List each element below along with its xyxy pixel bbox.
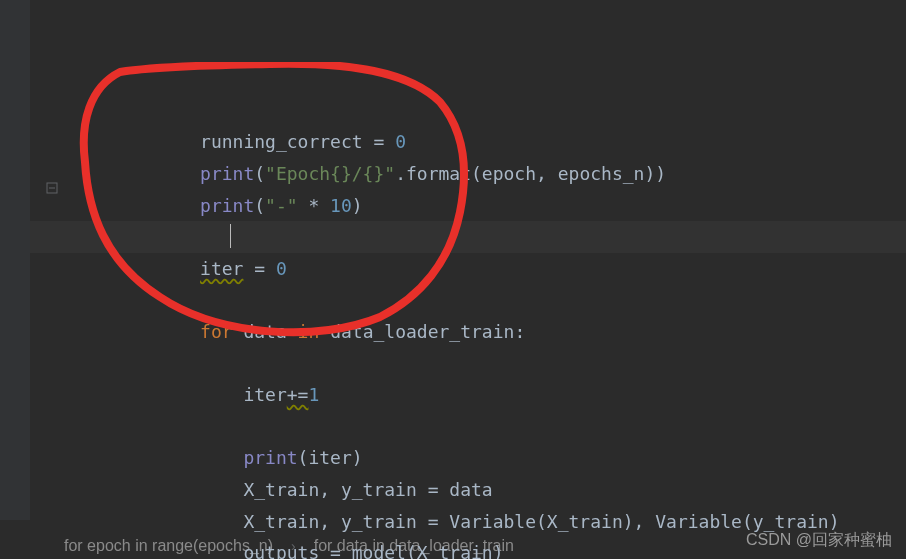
- code-token: X_train: [417, 542, 493, 559]
- code-line[interactable]: [70, 221, 906, 253]
- code-token: iter: [308, 447, 351, 468]
- code-token: ),: [623, 511, 656, 532]
- code-token: +=: [287, 384, 309, 405]
- code-token: epoch: [482, 163, 536, 184]
- code-token: "Epoch{}/{}": [265, 163, 395, 184]
- code-token: =: [243, 258, 276, 279]
- code-token: (: [536, 511, 547, 532]
- code-token: 0: [395, 131, 406, 152]
- code-token: ,: [319, 511, 341, 532]
- code-token: y_train: [341, 479, 417, 500]
- code-token: print: [200, 195, 254, 216]
- code-token: (: [254, 195, 265, 216]
- code-token: iter: [243, 384, 286, 405]
- code-token: format: [406, 163, 471, 184]
- code-token: (: [471, 163, 482, 184]
- code-token: 0: [276, 258, 287, 279]
- code-token: running_correct: [200, 131, 363, 152]
- code-token: =: [417, 511, 450, 532]
- code-line[interactable]: [70, 348, 906, 380]
- code-token: y_train: [753, 511, 829, 532]
- code-token: :: [514, 321, 525, 342]
- code-token: print: [200, 163, 254, 184]
- code-line[interactable]: print("Epoch{}/{}".format(epoch, epochs_…: [70, 158, 906, 190]
- code-token: y_train: [341, 511, 417, 532]
- code-token: in: [298, 321, 320, 342]
- code-line[interactable]: for data in data_loader_train:: [70, 316, 906, 348]
- code-token: (: [406, 542, 417, 559]
- code-token: 10: [330, 195, 352, 216]
- code-line[interactable]: outputs = model(X_train): [70, 537, 906, 559]
- code-token: [287, 321, 298, 342]
- code-editor[interactable]: running_correct = 0 print("Epoch{}/{}".f…: [0, 0, 906, 520]
- code-token: ): [352, 195, 363, 216]
- code-token: data_loader_train: [330, 321, 514, 342]
- code-token: ): [829, 511, 840, 532]
- code-token: [319, 321, 330, 342]
- code-token: =: [363, 131, 396, 152]
- code-token: (: [742, 511, 753, 532]
- code-token: ,: [319, 479, 341, 500]
- code-token: =: [319, 542, 352, 559]
- code-token: [233, 321, 244, 342]
- code-token: ): [352, 447, 363, 468]
- code-line[interactable]: [70, 284, 906, 316]
- code-token: "-": [265, 195, 298, 216]
- code-token: (: [298, 447, 309, 468]
- code-token: Variable: [655, 511, 742, 532]
- code-line[interactable]: print("-" * 10): [70, 190, 906, 222]
- code-token: .: [395, 163, 406, 184]
- text-caret: [230, 224, 231, 248]
- code-line[interactable]: iter+=1: [70, 379, 906, 411]
- code-token: )): [644, 163, 666, 184]
- code-token: *: [298, 195, 331, 216]
- code-token: print: [243, 447, 297, 468]
- code-token: data: [243, 321, 286, 342]
- code-line[interactable]: iter = 0: [70, 253, 906, 285]
- code-token: model: [352, 542, 406, 559]
- code-line[interactable]: running_correct = 0: [70, 126, 906, 158]
- code-token: iter: [200, 258, 243, 279]
- code-token: 1: [308, 384, 319, 405]
- code-token: epochs_n: [558, 163, 645, 184]
- code-token: =: [417, 479, 450, 500]
- code-token: outputs: [243, 542, 319, 559]
- code-line[interactable]: X_train, y_train = data: [70, 474, 906, 506]
- code-area[interactable]: running_correct = 0 print("Epoch{}/{}".f…: [30, 0, 906, 520]
- code-token: for: [200, 321, 233, 342]
- code-token: ,: [536, 163, 558, 184]
- code-line[interactable]: print(iter): [70, 442, 906, 474]
- code-token: Variable: [449, 511, 536, 532]
- line-gutter: [0, 0, 30, 520]
- code-token: X_train: [547, 511, 623, 532]
- code-line[interactable]: X_train, y_train = Variable(X_train), Va…: [70, 506, 906, 538]
- code-line[interactable]: [70, 411, 906, 443]
- code-token: X_train: [243, 511, 319, 532]
- code-token: data: [449, 479, 492, 500]
- code-token: X_train: [243, 479, 319, 500]
- code-token: ): [493, 542, 504, 559]
- code-token: (: [254, 163, 265, 184]
